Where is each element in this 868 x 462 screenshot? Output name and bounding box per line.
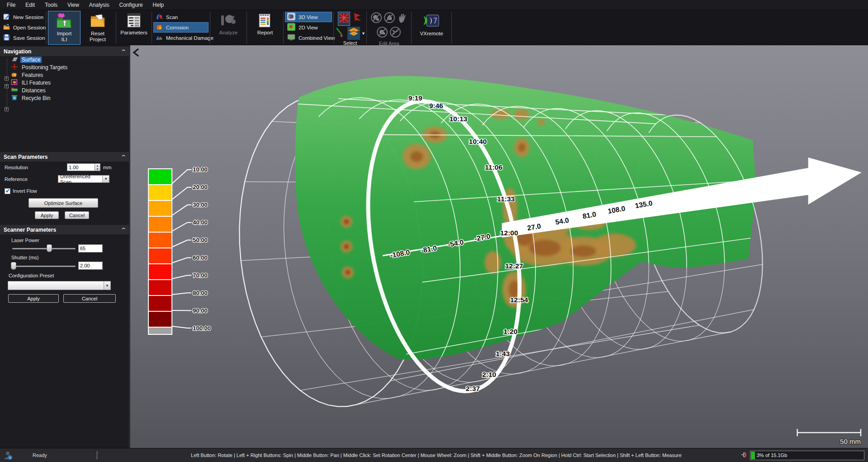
- legend-tick-label: 50.00: [193, 237, 208, 243]
- shutter-slider-thumb[interactable]: [11, 262, 16, 270]
- view-2d-label: 2D View: [299, 25, 318, 30]
- clock-position-label: 11:06: [485, 163, 503, 171]
- configuration-preset-label: Configuration Preset: [9, 273, 54, 278]
- new-session-button[interactable]: New Session: [1, 12, 44, 22]
- edit-area-remove-icon: [376, 26, 389, 40]
- 3d-viewport[interactable]: -108.0-81.0-54.0-27.027.054.081.0108.013…: [130, 45, 868, 448]
- mechanical-damage-mode-button[interactable]: Mechanical Damage: [153, 33, 209, 43]
- laser-power-slider-track[interactable]: [12, 248, 76, 249]
- invert-flow-checkbox[interactable]: [5, 188, 10, 194]
- toolbar-separator: [46, 12, 46, 44]
- collapse-chevron-icon[interactable]: ⌃: [120, 154, 126, 159]
- open-session-button[interactable]: Open Session: [1, 22, 44, 33]
- resolution-spinner[interactable]: ▲▼: [95, 163, 100, 171]
- tree-item-recycle-bin[interactable]: Recycle Bin: [11, 95, 52, 102]
- configuration-preset-dropdown[interactable]: ▼: [8, 281, 111, 290]
- scan-mode-button[interactable]: Scan: [153, 12, 209, 22]
- menu-bar: File Edit Tools View Analysis Configure …: [0, 0, 868, 10]
- flag-select-icon[interactable]: [351, 12, 363, 26]
- view-3d-button[interactable]: 3D View: [285, 12, 332, 22]
- reference-dropdown[interactable]: Unreferenced Scan ▼: [58, 175, 109, 183]
- import-ili-button[interactable]: Import ILI: [48, 11, 81, 45]
- legend-tick-label: 90.00: [193, 307, 208, 314]
- scanner-apply-button[interactable]: Apply: [8, 294, 59, 303]
- resolution-input[interactable]: [67, 163, 95, 171]
- mesh-select-icon[interactable]: [338, 12, 350, 26]
- power-icon: [740, 451, 747, 459]
- shutter-input[interactable]: [78, 262, 103, 270]
- menu-help[interactable]: Help: [148, 0, 169, 10]
- left-panel: Navigation ⌃ Surface + Po: [0, 45, 130, 448]
- layers-select-icon[interactable]: [347, 27, 360, 40]
- tree-item-features-label: Features: [20, 72, 44, 78]
- menu-configure[interactable]: Configure: [114, 0, 148, 10]
- edit-area-hand-icon: [397, 12, 408, 26]
- combined-view-button[interactable]: Combined View: [285, 33, 332, 43]
- resolution-label: Resolution: [5, 165, 28, 170]
- shutter-slider-track[interactable]: [12, 266, 76, 267]
- menu-view[interactable]: View: [62, 0, 84, 10]
- corrosion-mode-label: Corrosion: [166, 25, 189, 30]
- scan-cancel-button[interactable]: Cancel: [65, 211, 89, 219]
- view-2d-button[interactable]: 2D View: [285, 22, 332, 33]
- open-session-label: Open Session: [13, 25, 46, 30]
- analyze-button: Analyze: [212, 11, 245, 45]
- save-session-icon: [3, 34, 10, 42]
- toolbar-separator: [411, 12, 412, 44]
- reset-project-button[interactable]: Reset Project: [81, 11, 114, 45]
- legend-tick-label: 100.00: [193, 325, 211, 332]
- dropdown-arrow-icon: ▼: [102, 176, 109, 182]
- toolbar-separator: [283, 12, 284, 44]
- parameters-button[interactable]: Parameters: [118, 11, 150, 45]
- clock-position-label: 9:19: [408, 94, 422, 102]
- scan-parameters-header[interactable]: Scan Parameters ⌃: [0, 152, 129, 162]
- tree-item-positioning-targets[interactable]: Positioning Targets: [11, 64, 69, 71]
- clock-position-label: 10:13: [449, 115, 467, 123]
- clock-position-label: 10:40: [469, 138, 487, 145]
- import-ili-label: Import ILI: [57, 31, 72, 43]
- scan-mode-label: Scan: [166, 14, 178, 20]
- scanner-parameters-header[interactable]: Scanner Parameters ⌃: [0, 225, 129, 234]
- laser-power-input[interactable]: [78, 244, 103, 252]
- vxremote-button[interactable]: VXremote: [413, 11, 450, 45]
- tree-item-ili-features[interactable]: ILI Features: [11, 79, 52, 86]
- memory-usage-bar: 3% of 15.1Gb: [750, 451, 864, 460]
- collapse-chevron-icon[interactable]: ⌃: [120, 49, 126, 54]
- toolbar-separator: [333, 12, 334, 44]
- tree-item-surface[interactable]: Surface: [11, 56, 42, 63]
- menu-file[interactable]: File: [2, 0, 20, 10]
- report-button[interactable]: Report: [249, 11, 281, 45]
- brush-select-icon[interactable]: [335, 27, 346, 40]
- positioning-targets-icon: [11, 63, 18, 71]
- expander-positioning-targets[interactable]: +: [5, 76, 9, 81]
- menu-analysis[interactable]: Analysis: [84, 0, 114, 10]
- legend-tick-label: 80.00: [193, 290, 208, 296]
- surface-icon: [11, 56, 18, 64]
- scan-apply-button[interactable]: Apply: [35, 211, 59, 219]
- 3d-scene[interactable]: -108.0-81.0-54.0-27.027.054.081.0108.013…: [130, 45, 868, 448]
- navigation-header[interactable]: Navigation ⌃: [0, 47, 129, 56]
- save-session-button[interactable]: Save Session: [1, 33, 44, 43]
- parameters-label: Parameters: [120, 30, 147, 36]
- laser-power-slider-thumb[interactable]: [47, 244, 52, 252]
- laser-power-label: Laser Power: [11, 238, 39, 243]
- status-ready-text: Ready: [33, 452, 47, 458]
- dropdown-arrow-icon[interactable]: ▼: [361, 31, 365, 36]
- tree-guide-line: [7, 59, 7, 108]
- legend-tick-label: 20.00: [193, 184, 208, 191]
- clock-position-label: 2:37: [466, 385, 480, 392]
- collapse-chevron-icon[interactable]: ⌃: [120, 227, 126, 232]
- optimize-surface-label: Optimize Surface: [44, 200, 82, 206]
- expander-recycle-bin[interactable]: +: [5, 107, 9, 111]
- scanner-cancel-button[interactable]: Cancel: [63, 294, 116, 303]
- tree-item-features[interactable]: Features: [11, 71, 44, 79]
- tree-item-distances[interactable]: Distances: [11, 87, 47, 94]
- tree-item-surface-label: Surface: [20, 57, 42, 63]
- optimize-surface-button[interactable]: Optimize Surface: [28, 198, 98, 208]
- expander-features[interactable]: +: [5, 84, 9, 88]
- menu-tools[interactable]: Tools: [40, 0, 62, 10]
- view-2d-icon: [287, 23, 295, 32]
- corrosion-mode-button[interactable]: Corrosion: [153, 22, 209, 33]
- reset-project-icon: [89, 13, 106, 30]
- menu-edit[interactable]: Edit: [20, 0, 40, 10]
